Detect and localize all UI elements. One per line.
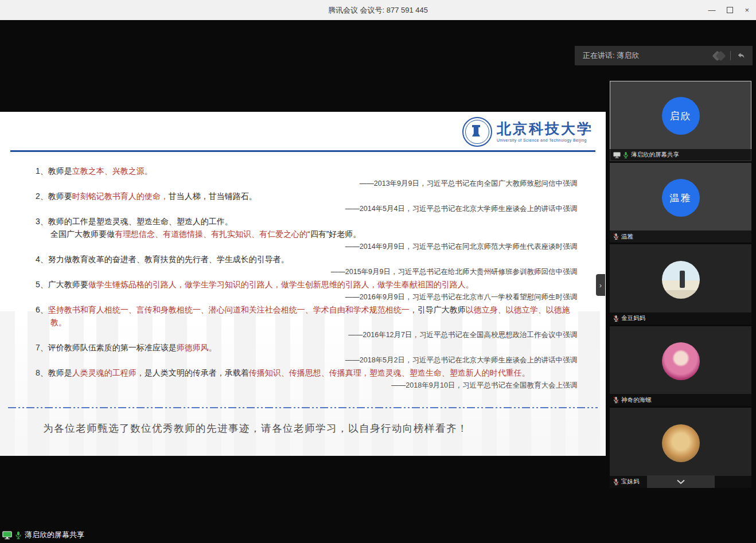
speaking-banner: 正在讲话: 薄启欣 bbox=[575, 46, 753, 65]
university-logo: 北京科技大学 University of Science and Technol… bbox=[462, 117, 593, 147]
tencent-meeting-window: 腾讯会议 会议号: 877 591 445 — × 正在讲话: 薄启欣 北京科技… bbox=[0, 0, 756, 543]
slide-footer-note: 为各位老师甄选了数位优秀教师的先进事迹，请各位老师学习，以自身行动向榜样看齐！ bbox=[43, 421, 468, 435]
window-controls: — × bbox=[708, 0, 749, 20]
video-tile[interactable]: 金豆妈妈 bbox=[610, 244, 751, 325]
university-name-cn: 北京科技大学 bbox=[497, 121, 593, 137]
participant-label: 金豆妈妈 bbox=[610, 312, 751, 325]
monitor-icon bbox=[613, 152, 621, 158]
title-bar: 腾讯会议 会议号: 877 591 445 — × bbox=[0, 0, 756, 21]
window-title: 腾讯会议 会议号: 877 591 445 bbox=[0, 0, 756, 20]
mic-on-icon bbox=[623, 151, 629, 159]
slide-item-text: 3、教师的工作是塑造灵魂、塑造生命、塑造人的工作。全国广大教师要做有理想信念、有… bbox=[36, 215, 577, 240]
quote-attribution: ——2018年9月10日，习近平总书记在全国教育大会上强调 bbox=[36, 379, 577, 392]
quote-attribution: ——2015年9月9日，习近平总书记在给北师大贵州研修班参训教师回信中强调 bbox=[36, 265, 577, 278]
speaking-label: 正在讲话: 薄启欣 bbox=[583, 50, 714, 61]
university-emblem-icon bbox=[462, 117, 492, 147]
slide-item-text: 8、教师是人类灵魂的工程师，是人类文明的传承者，承载着传播知识、传播思想、传播真… bbox=[36, 366, 577, 379]
dash-dot-divider bbox=[8, 407, 598, 408]
university-name-en: University of Science and Technology Bei… bbox=[497, 138, 593, 143]
participant-label: 神奇的海螺 bbox=[610, 394, 751, 406]
mic-on-icon bbox=[15, 531, 22, 540]
participant-avatar bbox=[662, 424, 700, 462]
close-icon[interactable]: × bbox=[745, 6, 749, 14]
quote-attribution: ——2013年9月9日，习近平总书记在向全国广大教师致慰问信中强调 bbox=[36, 177, 577, 190]
maximize-icon[interactable] bbox=[727, 7, 733, 13]
slide-item-text: 6、坚持教书和育人相统一、言传和身教相统一、潜心问道和关注社会相统一、学术自由和… bbox=[36, 303, 577, 329]
monitor-icon bbox=[2, 531, 12, 540]
participant-label: 温雅 bbox=[610, 231, 751, 243]
sidebar-collapse-handle[interactable]: › bbox=[596, 274, 605, 296]
slide-item-text: 5、广大教师要做学生锤炼品格的引路人，做学生学习知识的引路人，做学生创新思维的引… bbox=[36, 278, 577, 291]
screen-share-indicator: 薄启欣的屏幕共享 bbox=[2, 528, 84, 542]
slide-item-text: 7、评价教师队伍素质的第一标准应该是师德师风。 bbox=[36, 341, 577, 354]
slide-items: 1、教师是立教之本、兴教之源。——2013年9月9日，习近平总书记在向全国广大教… bbox=[36, 165, 577, 392]
participant-avatar: 温雅 bbox=[662, 179, 700, 217]
participant-sidebar: 启欣薄启欣的屏幕共享温雅温雅金豆妈妈神奇的海螺宝妹妈 bbox=[610, 81, 751, 488]
meeting-logo-icon bbox=[714, 52, 724, 60]
quote-attribution: ——2016年12月7日，习近平总书记在全国高校思想政治工作会议中强调 bbox=[36, 329, 577, 341]
mic-muted-icon bbox=[613, 478, 619, 486]
reply-arrow-icon[interactable] bbox=[736, 51, 746, 60]
quote-attribution: ——2018年5月2日，习近平总书记在北京大学师生座谈会上的讲话中强调 bbox=[36, 354, 577, 366]
mic-muted-icon bbox=[613, 315, 619, 322]
more-participants-button[interactable] bbox=[647, 475, 715, 488]
participant-label: 薄启欣的屏幕共享 bbox=[610, 149, 751, 161]
divider bbox=[730, 51, 731, 60]
chevron-down-icon bbox=[676, 476, 685, 487]
quote-attribution: ——2014年9月9日，习近平总书记在同北京师范大学师生代表座谈时强调 bbox=[36, 240, 577, 253]
mic-muted-icon bbox=[613, 233, 619, 240]
video-tile[interactable]: 启欣薄启欣的屏幕共享 bbox=[610, 81, 751, 161]
share-indicator-label: 薄启欣的屏幕共享 bbox=[25, 530, 84, 540]
minimize-icon[interactable]: — bbox=[708, 6, 715, 14]
header-rule bbox=[10, 150, 595, 152]
mic-muted-icon bbox=[613, 396, 619, 404]
quote-attribution: ——2016年9月9日，习近平总书记在北京市八一学校看望慰问师生时强调 bbox=[36, 291, 577, 303]
slide-item-text: 1、教师是立教之本、兴教之源。 bbox=[36, 165, 577, 177]
video-tile[interactable]: 温雅温雅 bbox=[610, 163, 751, 243]
chevron-right-icon: › bbox=[599, 281, 602, 290]
participant-avatar bbox=[662, 261, 700, 299]
shared-screen-slide: 北京科技大学 University of Science and Technol… bbox=[0, 112, 606, 456]
participant-avatar: 启欣 bbox=[662, 97, 700, 135]
slide-item-text: 2、教师要时刻铭记教书育人的使命，甘当人梯，甘当铺路石。 bbox=[36, 190, 577, 202]
video-tile[interactable]: 神奇的海螺 bbox=[610, 326, 751, 407]
quote-attribution: ——2014年5月4日，习近平总书记在北京大学师生座谈会上的讲话中强调 bbox=[36, 202, 577, 215]
slide-item-text: 4、努力做教育改革的奋进者、教育扶贫的先行者、学生成长的引导者。 bbox=[36, 253, 577, 265]
participant-avatar bbox=[662, 342, 700, 380]
